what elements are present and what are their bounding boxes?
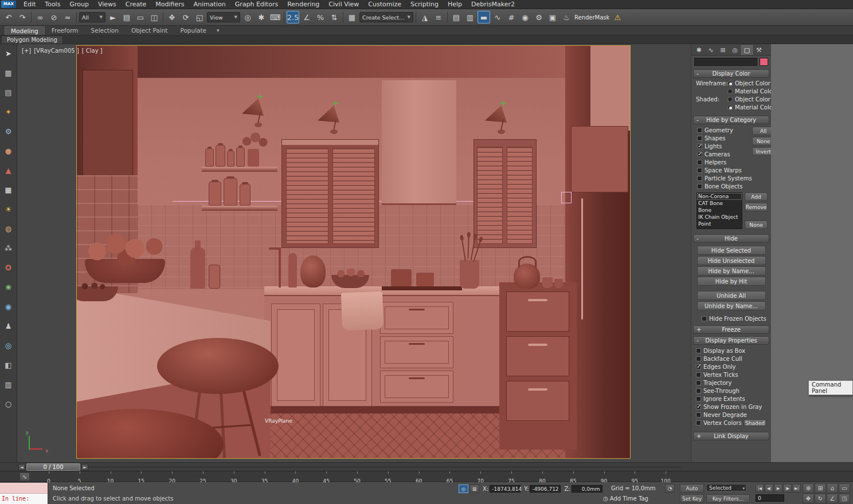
go-to-end-button[interactable]: ▶|	[792, 484, 801, 493]
menu-item[interactable]: Animation	[189, 0, 230, 9]
time-slider-next-arrow[interactable]: ►	[81, 464, 88, 470]
menu-item[interactable]: Views	[93, 0, 121, 9]
menu-item[interactable]: Create	[121, 0, 151, 9]
viewport-shading-menu[interactable]: [ Clay ]	[82, 48, 103, 54]
align-icon[interactable]: ≡	[432, 11, 445, 23]
render-production-icon[interactable]: ♨	[560, 11, 573, 23]
viewport-area[interactable]: [+] [VRayCam005 ] [ Clay ]	[17, 44, 691, 462]
rollout-header-display-color[interactable]: -Display Color	[693, 69, 769, 78]
wireframe-color-radio[interactable]: Material Color	[727, 88, 768, 95]
checkbox-cameras[interactable]: Cameras	[694, 150, 752, 158]
keyable-selected-dropdown[interactable]: Selected▾	[706, 484, 746, 491]
hide-by-name-button[interactable]: Hide by Name...	[697, 266, 766, 275]
modify-tab-icon[interactable]: ∿	[705, 45, 717, 55]
checkbox-show-frozen-in-gray[interactable]: Show Frozen in Gray	[693, 403, 769, 411]
leaf-tool-icon[interactable]: ❀	[3, 281, 14, 293]
select-and-scale-icon[interactable]: ◱	[193, 11, 206, 23]
adaptive-degradation-toggle[interactable]: ◔	[665, 484, 675, 493]
polygon-modeling-panel-tab[interactable]: Polygon Modeling	[1, 36, 63, 44]
spinner-snap-icon[interactable]: ⇅	[328, 11, 341, 23]
unhide-by-name-button[interactable]: Unhide by Name...	[697, 301, 766, 310]
sphere-tool-icon[interactable]: ●	[3, 145, 14, 156]
hide-frozen-objects-checkbox[interactable]: Hide Frozen Objects	[699, 314, 769, 322]
menu-item[interactable]: Rendering	[283, 0, 324, 9]
circle-tool-icon[interactable]: ○	[3, 398, 14, 410]
select-tool-icon[interactable]: ➤	[3, 48, 14, 59]
remove-button[interactable]: Remove	[745, 203, 768, 211]
select-object-icon[interactable]: ►	[107, 11, 119, 23]
mirror-icon[interactable]: ◮	[418, 11, 431, 23]
viewport-general-menu[interactable]: [+]	[22, 48, 31, 54]
undo-icon[interactable]: ↶	[2, 11, 15, 23]
target-tool-icon[interactable]: ◎	[3, 340, 14, 351]
add-time-tag[interactable]: ◷Add Time Tag	[603, 495, 648, 502]
rollout-header-link-display[interactable]: +Link Display	[693, 432, 769, 440]
list-item[interactable]: Non-Corona	[697, 193, 742, 200]
tab-freeform[interactable]: Freeform	[46, 26, 84, 35]
object-name-field[interactable]	[694, 58, 757, 66]
list-item[interactable]: CAT Bone	[697, 200, 742, 207]
checkbox-lights[interactable]: Lights	[694, 142, 752, 150]
tab-selection[interactable]: Selection	[85, 26, 124, 35]
sheet-tool-icon[interactable]: ▥	[3, 379, 14, 390]
y-coordinate-field[interactable]: -4906,712	[530, 485, 561, 493]
hide-selected-button[interactable]: Hide Selected	[697, 246, 766, 255]
named-selection-dropdown[interactable]: Create Selection Se▼	[359, 12, 413, 22]
keyboard-override-icon[interactable]: ⌨	[269, 11, 281, 23]
layer-explorer-icon[interactable]: ▥	[464, 11, 476, 23]
bind-to-space-warp-icon[interactable]: ≈	[61, 11, 74, 23]
key-filters-button[interactable]: Key Filters...	[706, 494, 750, 503]
grid-tool-icon[interactable]: ▤	[3, 86, 14, 98]
selection-region-icon[interactable]: ▭	[134, 11, 147, 23]
next-frame-button[interactable]: |▶	[783, 484, 792, 493]
tab-populate[interactable]: Populate	[174, 26, 212, 35]
zoom-extents-icon[interactable]: ⌂	[827, 483, 838, 493]
hide-by-hit-button[interactable]: Hide by Hit	[697, 277, 766, 286]
checkbox-bone-objects[interactable]: Bone Objects	[694, 182, 752, 190]
scene-explorer-icon[interactable]: ▤	[450, 11, 463, 23]
use-pivot-center-icon[interactable]: ◎	[241, 11, 254, 23]
fov-icon[interactable]: ∠	[827, 494, 838, 503]
gear-tool-icon[interactable]: ⚙	[3, 125, 14, 137]
checkbox-backface-cull[interactable]: Backface Cull	[693, 355, 769, 363]
zoom-all-icon[interactable]: ⊞	[815, 483, 826, 493]
water-tool-icon[interactable]: ◉	[3, 301, 14, 312]
previous-frame-button[interactable]: ◀|	[765, 484, 773, 493]
checkbox-particle-systems[interactable]: Particle Systems	[694, 174, 752, 182]
add-button[interactable]: Add	[745, 192, 768, 201]
all-button[interactable]: All	[752, 127, 771, 135]
percent-snap-icon[interactable]: %	[314, 11, 327, 23]
rollout-header-hide[interactable]: -Hide	[693, 234, 769, 243]
toolbar-icon[interactable]	[163, 11, 163, 23]
menu-item[interactable]: Civil View	[324, 0, 363, 9]
list-none-button[interactable]: None	[745, 220, 768, 229]
scatter-tool-icon[interactable]: ⁂	[3, 242, 14, 254]
app-logo[interactable]: MAX	[1, 1, 16, 8]
selection-filter-dropdown[interactable]: All▼	[79, 12, 105, 22]
checkbox-vertex-ticks[interactable]: Vertex Ticks	[693, 371, 769, 379]
menu-item[interactable]: Tools	[40, 0, 65, 9]
reference-coordinate-dropdown[interactable]: View▼	[207, 12, 240, 22]
time-slider-handle[interactable]: 0 / 100	[26, 463, 80, 471]
checkbox-ignore-extents[interactable]: Ignore Extents	[693, 395, 769, 403]
curve-editor-icon[interactable]: ∿	[491, 11, 504, 23]
checkbox-helpers[interactable]: Helpers	[694, 158, 752, 166]
select-and-manipulate-icon[interactable]: ✱	[255, 11, 268, 23]
select-and-link-icon[interactable]: ∞	[34, 11, 46, 23]
orbit-icon[interactable]: ↻	[815, 494, 826, 503]
wireframe-color-radio[interactable]: Object Color	[727, 80, 768, 87]
material-editor-icon[interactable]: ◉	[519, 11, 531, 23]
object-color-swatch[interactable]	[760, 58, 768, 66]
category-exclude-list[interactable]: Non-CoronaCAT BoneBoneIK Chain ObjectPoi…	[697, 192, 742, 229]
motion-tab-icon[interactable]: ◎	[729, 45, 741, 55]
checkbox-edges-only[interactable]: Edges Only	[693, 363, 769, 371]
rendermask-label[interactable]: RenderMask	[574, 11, 610, 23]
create-tab-icon[interactable]: ✱	[693, 45, 705, 55]
redo-icon[interactable]: ↷	[16, 11, 29, 23]
viewport-pov-menu[interactable]: [VRayCam005 ]	[34, 48, 79, 54]
shaded-color-radio[interactable]: Object Color	[727, 96, 768, 103]
go-to-start-button[interactable]: |◀	[756, 484, 764, 493]
checkbox-display-as-box[interactable]: Display as Box	[693, 346, 769, 355]
macro-recorder-row[interactable]	[0, 483, 48, 494]
selection-lock-toggle[interactable]: ⊠	[469, 485, 479, 493]
